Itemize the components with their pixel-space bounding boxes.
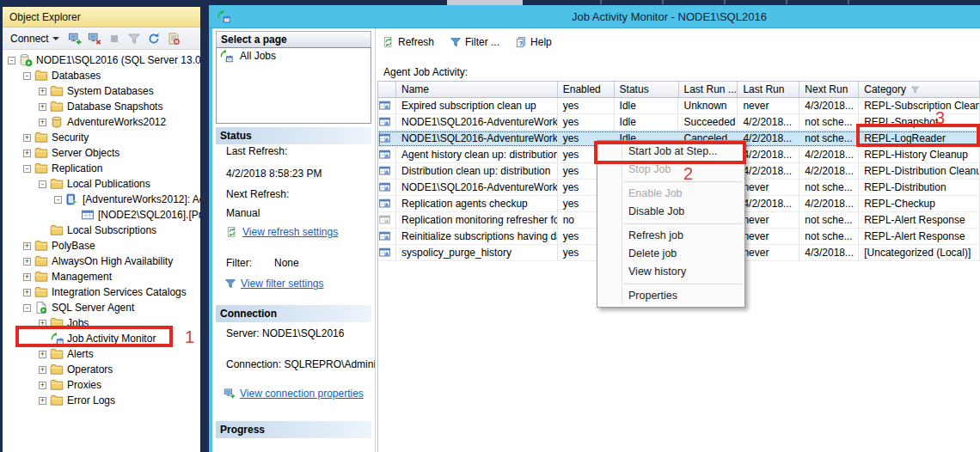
tree-item-security[interactable]: +Security (3, 130, 200, 145)
folder-icon (50, 223, 64, 237)
tree-item-polybase[interactable]: +PolyBase (3, 238, 200, 253)
folder-icon (34, 270, 48, 284)
refresh-button[interactable]: Refresh (383, 36, 434, 48)
tree-item-label: [NODE2\SQL2016].[Pro (98, 209, 200, 221)
expand-icon[interactable]: + (39, 351, 46, 358)
job-row-icon-cell (378, 131, 396, 147)
expand-icon[interactable]: + (39, 88, 46, 95)
tree-item-node1-sql2016-sql-server-13-0-160[interactable]: -NODE1\SQL2016 (SQL Server 13.0.160 (3, 52, 200, 68)
job-row-icon-cell (378, 114, 396, 131)
tree-item-label: AdventureWorks2012 (67, 116, 166, 128)
expand-icon[interactable]: + (39, 103, 46, 111)
last-refresh-label: Last Refresh: (226, 145, 287, 157)
tree-item-local-publications[interactable]: -Local Publications (3, 176, 200, 192)
job-row-icon-cell (378, 196, 396, 212)
collapse-icon[interactable]: - (23, 72, 31, 80)
grid-cell-last-run: never (738, 180, 799, 196)
grid-header-category[interactable]: Category (859, 82, 980, 98)
connect-server-icon[interactable] (68, 32, 82, 46)
grid-header-last-run[interactable]: Last Run ... (679, 82, 738, 98)
tree-item-server-objects[interactable]: +Server Objects (3, 145, 200, 161)
ssms-window: Object Explorer Connect -NODE1\SQL2016 (… (0, 0, 980, 452)
menu-item-refresh-job[interactable]: Refresh job (597, 227, 744, 245)
dialog-toolbar: Refresh Filter ... ? Help (383, 34, 552, 51)
grid-cell-next-run: 4/3/2018... (799, 245, 859, 261)
menu-item-view-history[interactable]: View history (597, 263, 744, 281)
tree-item-proxies[interactable]: +Proxies (3, 377, 200, 393)
menu-item-disable-job[interactable]: Disable Job (597, 203, 744, 221)
refresh-icon (383, 36, 395, 48)
connect-button[interactable]: Connect (8, 31, 62, 46)
stop-icon[interactable] (107, 32, 121, 46)
expand-icon[interactable]: + (39, 382, 46, 389)
tree-item-adventureworks2012-ad[interactable]: -[AdventureWorks2012]: Ad (3, 192, 200, 207)
view-filter-settings-link[interactable]: View filter settings (241, 278, 324, 290)
expand-icon[interactable]: + (23, 242, 31, 250)
grid-header-next-run[interactable]: Next Run (799, 82, 859, 98)
connection-icon (224, 388, 236, 400)
folder-icon (50, 378, 64, 392)
tree-item-label: Error Logs (67, 394, 115, 406)
expand-icon[interactable]: + (39, 366, 46, 374)
tree-item-alerts[interactable]: +Alerts (3, 346, 200, 362)
grid-cell-next-run: not sche... (799, 114, 859, 131)
grid-header-enabled[interactable]: Enabled (558, 82, 615, 98)
tree-item-replication[interactable]: -Replication (3, 161, 200, 176)
expand-icon[interactable]: + (23, 150, 31, 157)
connection-user-line: Connection: SQLREPRO\Administra (226, 358, 376, 370)
progress-section-header: Progress (216, 421, 371, 438)
expand-icon[interactable]: + (23, 273, 31, 281)
job-icon (378, 99, 392, 113)
grid-cell-name: Replication monitoring refresher for ... (396, 212, 558, 229)
expand-icon[interactable]: + (39, 397, 46, 405)
tree-item-alwayson-high-availability[interactable]: +AlwaysOn High Availability (3, 253, 200, 269)
tree-item-sql-server-agent[interactable]: -SQL Server Agent (3, 300, 200, 315)
tree-item-operators[interactable]: +Operators (3, 362, 200, 377)
folder-icon (34, 146, 48, 160)
help-button[interactable]: ? Help (515, 36, 552, 48)
tree-item-management[interactable]: +Management (3, 269, 200, 284)
tree-item-adventureworks2012[interactable]: +AdventureWorks2012 (3, 114, 200, 130)
publication-icon (65, 192, 79, 206)
view-refresh-settings-link[interactable]: View refresh settings (242, 226, 338, 238)
expand-icon[interactable]: + (23, 134, 31, 142)
script-error-icon[interactable] (167, 32, 181, 46)
collapse-icon[interactable]: - (54, 196, 62, 204)
tree-item-system-databases[interactable]: +System Databases (3, 83, 200, 99)
menu-item-properties[interactable]: Properties (597, 287, 744, 305)
annotation-number-1: 1 (185, 327, 194, 347)
expand-icon[interactable]: + (23, 289, 31, 296)
grid-header-status[interactable]: Status (615, 82, 679, 98)
subscription-icon (81, 208, 95, 222)
grid-header-last-run[interactable]: Last Run (738, 82, 799, 98)
tree-item-error-logs[interactable]: +Error Logs (3, 393, 200, 408)
grid-cell-name: syspolicy_purge_history (396, 245, 558, 261)
disconnect-server-icon[interactable] (88, 32, 101, 46)
tree-item-label: Replication (52, 162, 102, 174)
filter-icon[interactable] (127, 32, 141, 46)
tree-item-integration-services-catalogs[interactable]: +Integration Services Catalogs (3, 284, 200, 300)
tree-item-database-snapshots[interactable]: +Database Snapshots (3, 99, 200, 114)
refresh-icon[interactable] (147, 32, 161, 46)
tree-item-databases[interactable]: -Databases (3, 68, 200, 83)
grid-cell-last-run-outcome: Unknown (678, 98, 738, 114)
collapse-icon[interactable]: - (23, 165, 31, 173)
tree-item-local-subscriptions[interactable]: Local Subscriptions (3, 223, 200, 238)
expand-icon[interactable]: + (23, 258, 31, 266)
filter-button[interactable]: Filter ... (450, 36, 499, 48)
job-row[interactable]: Expired subscription clean upyesIdleUnkn… (378, 98, 980, 114)
tree-item-node2-sql2016-pro[interactable]: [NODE2\SQL2016].[Pro (3, 207, 200, 223)
object-explorer-panel: Object Explorer Connect -NODE1\SQL2016 (… (3, 7, 200, 452)
collapse-icon[interactable]: - (23, 304, 31, 312)
tree-item-label: Local Subscriptions (67, 224, 156, 236)
folder-icon (50, 347, 64, 361)
collapse-icon[interactable]: - (8, 57, 15, 64)
grid-header-name[interactable]: Name (396, 82, 558, 98)
menu-item-delete-job[interactable]: Delete job (597, 245, 744, 263)
job-row-icon-cell (378, 98, 396, 114)
view-connection-properties-link[interactable]: View connection properties (240, 388, 364, 400)
grid-cell-next-run: not sche... (799, 180, 859, 196)
expand-icon[interactable]: + (39, 119, 46, 126)
collapse-icon[interactable]: - (39, 180, 46, 188)
page-item-all-jobs[interactable]: All Jobs (217, 48, 371, 64)
